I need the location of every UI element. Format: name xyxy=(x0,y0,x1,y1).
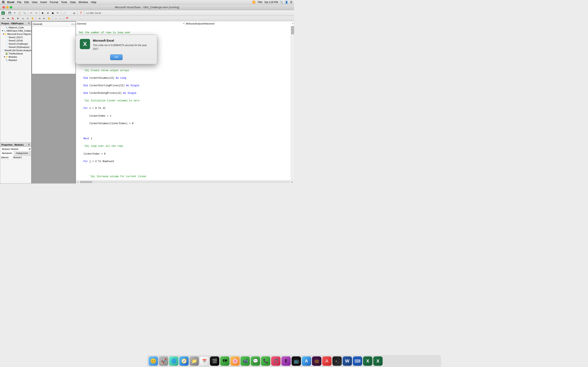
properties-panel-close[interactable]: ✕ xyxy=(28,143,30,146)
expand-excel-objects[interactable]: ▼ xyxy=(2,33,4,35)
menu-tools[interactable]: Tools xyxy=(61,1,67,4)
code-line-comment-1: 'Get the number of rows to loop over xyxy=(78,31,290,35)
vbe-title: Microsoft Visual Basic - VBA_Challenge.x… xyxy=(115,6,179,9)
help-btn[interactable]: ❓ xyxy=(79,11,83,15)
tree-item-sheet3[interactable]: 📄 Sheet3 (Challenge) xyxy=(1,42,31,45)
toolbar-separator-3 xyxy=(39,11,40,15)
expand-vbaproject[interactable]: ▼ xyxy=(1,30,3,32)
user-icon[interactable]: 👤 xyxy=(285,1,288,4)
cut-btn[interactable]: ✂ xyxy=(12,11,17,15)
menu-data[interactable]: Data xyxy=(70,1,76,4)
classmodule-btn[interactable]: 🗂 xyxy=(72,11,76,15)
vbaproject-label: VBAProject (VBA_Challenge.xlsm) xyxy=(6,30,31,32)
project-panel-header: Project - VBAProject ✕ xyxy=(0,21,31,25)
toolbar-separator-5 xyxy=(77,11,78,15)
indent2-btn[interactable]: → xyxy=(53,16,58,21)
bookmark-btn[interactable]: 🔖 xyxy=(11,16,15,21)
props-row-name: (Name) Module1 xyxy=(0,156,31,159)
menu-file[interactable]: File xyxy=(17,1,21,4)
right-select-wrapper[interactable]: AllStocksAnalysisRefactored xyxy=(185,21,294,26)
tree-item-module1[interactable]: 🔧 Module1 xyxy=(1,58,31,62)
props-val-name[interactable]: Module1 xyxy=(12,156,31,159)
svg-text:X: X xyxy=(2,12,4,15)
menu-edit[interactable]: Edit xyxy=(24,1,29,4)
indent-btn[interactable]: ⇥ xyxy=(37,16,42,21)
proc-select[interactable]: AllStocksAnalysisRefactored xyxy=(185,21,294,26)
tree-item-thisworkbook[interactable]: 📗 ThisWorkbook xyxy=(1,52,31,55)
left-select-wrapper[interactable]: (General) xyxy=(76,21,185,26)
bg-code-content xyxy=(32,26,76,35)
userform-btn[interactable]: ⬜ xyxy=(62,11,67,15)
properties-tabs: Alphabetic Categorized xyxy=(0,151,31,156)
toolbar-separator-7 xyxy=(36,17,36,20)
vbe-toolbar-2: ⬅ ➡ 🔖 ⬇ ↘ ↗ ✋ ⇥ ⇤ 🖐 → ← 🚩 xyxy=(0,16,294,21)
bg-code-window: (General) alog xyxy=(32,21,77,74)
scrollbar-thumb[interactable] xyxy=(291,26,294,34)
hscroll-track[interactable] xyxy=(80,181,290,183)
menu-window[interactable]: Window xyxy=(79,1,88,4)
pan2-btn[interactable]: 🖐 xyxy=(47,16,51,21)
stepover-btn[interactable]: ↘ xyxy=(20,16,25,21)
undo-btn[interactable]: ↩ xyxy=(29,11,34,15)
save-btn[interactable]: 💾 xyxy=(8,11,12,15)
dialog-body: This code ran in 0.08984375 seconds for … xyxy=(93,43,153,51)
indent-less-btn[interactable]: ⬅ xyxy=(1,16,5,21)
indent-more-btn[interactable]: ➡ xyxy=(6,16,10,21)
stepout-btn[interactable]: ↗ xyxy=(25,16,30,21)
find-btn[interactable]: 🔍 xyxy=(22,11,27,15)
expand-modules[interactable]: ▼ xyxy=(3,56,6,58)
menu-insert[interactable]: Insert xyxy=(40,1,47,4)
outdent2-btn[interactable]: ← xyxy=(58,16,63,21)
menu-view[interactable]: View xyxy=(32,1,37,4)
menu-format[interactable]: Format xyxy=(50,1,58,4)
menu-help[interactable]: Help xyxy=(91,1,96,4)
design-btn[interactable]: ✏ xyxy=(55,11,60,15)
hscroll-thumb[interactable] xyxy=(80,181,92,183)
copy-btn[interactable]: 📋 xyxy=(17,11,22,15)
tree-item-excel-objects[interactable]: ▼ 📁 Microsoft Excel Objects xyxy=(1,33,31,36)
tree-item-sheet6[interactable]: 📄 Sheet6 (All Stocks Analysis) xyxy=(1,49,31,52)
code-line-empty-3 xyxy=(78,167,290,171)
redo-btn[interactable]: ↪ xyxy=(34,11,38,15)
code-line-7: tickerIndex = i xyxy=(78,114,290,118)
excel-objects-label: Microsoft Excel Objects xyxy=(7,33,31,35)
stop-btn[interactable]: ⏹ xyxy=(51,11,55,15)
break-btn[interactable]: ⏸ xyxy=(45,11,50,15)
minimize-button[interactable] xyxy=(6,6,9,8)
maximize-button[interactable] xyxy=(10,6,12,8)
tab-alphabetic[interactable]: Alphabetic xyxy=(0,151,14,156)
pan-btn[interactable]: ✋ xyxy=(30,16,35,21)
controls-icon[interactable]: ☰ xyxy=(290,1,292,4)
vbaproject-icon: 🔧 xyxy=(3,30,6,32)
menu-excel[interactable]: Excel xyxy=(7,1,14,4)
general-select[interactable]: (General) xyxy=(76,21,185,26)
run-btn[interactable]: ▶ xyxy=(41,11,45,15)
outdent-btn[interactable]: ⇤ xyxy=(42,16,46,21)
excel-icon-btn[interactable]: X xyxy=(1,11,5,15)
project-panel-close[interactable]: ✕ xyxy=(28,22,30,25)
battery-indicator: 79% xyxy=(258,1,262,4)
tree-item-sheet1[interactable]: 📄 Sheet1 (2017) xyxy=(1,36,31,39)
datetime-display: Sat 1:25 PM xyxy=(264,1,278,4)
sheet6-label: Sheet6 (All Stocks Analysis) xyxy=(4,49,31,52)
close-button[interactable] xyxy=(2,6,5,8)
flag-btn[interactable]: 🚩 xyxy=(65,16,70,21)
code-scrollbar[interactable] xyxy=(291,26,294,180)
stepinto-btn[interactable]: ⬇ xyxy=(16,16,20,21)
properties-panel: Properties - Module1 ✕ Module1 Module Al… xyxy=(0,143,32,184)
properties-dropdown[interactable]: Module1 Module xyxy=(0,147,31,151)
tree-item-sheet4[interactable]: 📄 Sheet4 (DQAnalysis) xyxy=(1,45,31,49)
ribbonx-icon: 🔧 xyxy=(6,26,8,29)
tree-item-ribbonx[interactable]: 🔧 RibbonX_Code xyxy=(1,26,31,29)
tree-item-sheet2[interactable]: 📄 Sheet2 (2018) xyxy=(1,39,31,42)
tab-categorized[interactable]: Categorized xyxy=(14,151,30,156)
dialog-text-area: Microsoft Excel This code ran in 0.08984… xyxy=(93,39,153,51)
tree-item-modules[interactable]: ▼ 📁 Modules xyxy=(1,55,31,58)
search-icon[interactable]: 🔍 xyxy=(280,1,283,4)
apple-menu[interactable]: ⌘ xyxy=(2,0,5,4)
dialog-ok-button[interactable]: OK xyxy=(110,54,123,60)
tree-item-vbaproject[interactable]: ▼ 🔧 VBAProject (VBA_Challenge.xlsm) xyxy=(1,29,31,33)
code-toolbar: (General) AllStocksAnalysisRefactored xyxy=(76,21,294,26)
module-btn[interactable]: 📄 xyxy=(67,11,71,15)
code-hscrollbar[interactable]: ◀ ▶ xyxy=(76,180,294,184)
